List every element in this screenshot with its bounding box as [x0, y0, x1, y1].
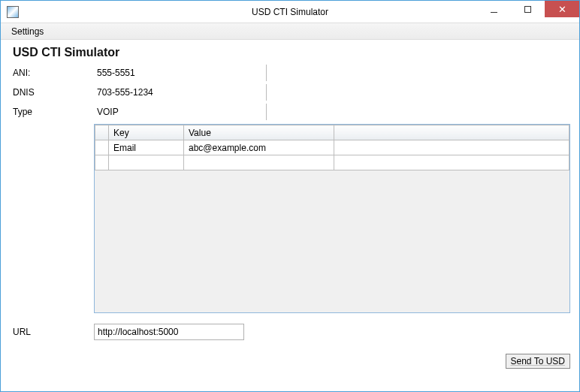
titlebar: USD CTI Simulator ✕ — [1, 1, 579, 23]
ani-label: ANI: — [10, 68, 94, 78]
cell-key[interactable]: Email — [109, 140, 184, 155]
send-to-usd-button[interactable]: Send To USD — [506, 354, 571, 369]
minimize-button[interactable] — [477, 1, 511, 17]
dnis-input[interactable] — [94, 84, 267, 101]
table-row[interactable]: Email abc@example.com — [95, 140, 569, 155]
close-button[interactable]: ✕ — [545, 1, 579, 17]
window-controls: ✕ — [477, 1, 579, 23]
content-area: USD CTI Simulator ANI: DNIS Type Key Val… — [1, 40, 579, 346]
type-input[interactable] — [94, 104, 267, 120]
grid-corner — [95, 125, 109, 140]
maximize-button[interactable] — [511, 1, 545, 17]
dnis-label: DNIS — [10, 87, 94, 98]
grid-col-value[interactable]: Value — [184, 125, 334, 140]
row-header[interactable] — [95, 155, 109, 170]
key-value-grid[interactable]: Key Value Email abc@example.com — [94, 124, 570, 313]
cell-filler — [334, 155, 569, 170]
row-header[interactable] — [95, 140, 109, 155]
footer: Send To USD — [1, 346, 579, 373]
url-row: URL — [10, 324, 570, 340]
dnis-row: DNIS — [10, 83, 570, 101]
ani-row: ANI: — [10, 64, 570, 82]
cell-filler — [334, 140, 569, 155]
menu-settings[interactable]: Settings — [5, 25, 50, 38]
ani-input[interactable] — [94, 65, 267, 81]
cell-value[interactable]: abc@example.com — [184, 140, 334, 155]
cell-key[interactable] — [109, 155, 184, 170]
app-icon — [7, 6, 19, 18]
grid-col-key[interactable]: Key — [109, 125, 184, 140]
type-row: Type — [10, 103, 570, 121]
url-input[interactable] — [94, 324, 244, 340]
cell-value[interactable] — [184, 155, 334, 170]
menubar: Settings — [1, 23, 579, 40]
url-label: URL — [10, 327, 94, 337]
page-title: USD CTI Simulator — [10, 46, 570, 59]
grid-col-filler — [334, 125, 569, 140]
type-label: Type — [10, 107, 94, 117]
table-row-new[interactable] — [95, 155, 569, 170]
